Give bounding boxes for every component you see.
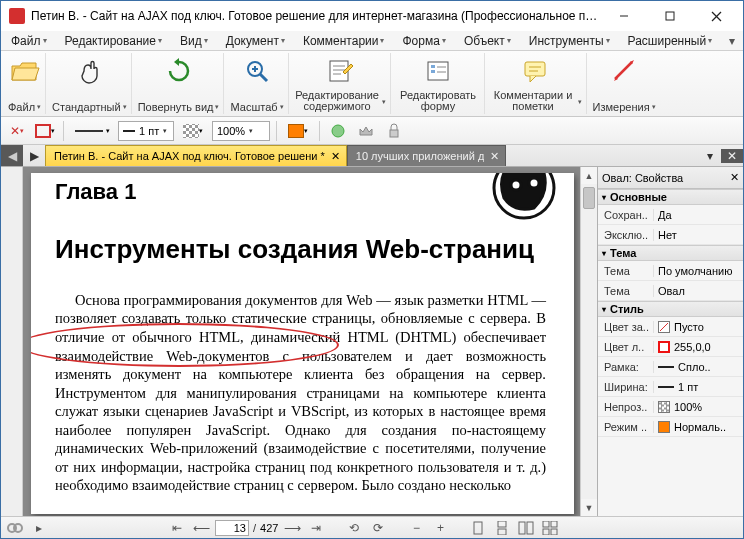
opacity-pattern-icon[interactable]: ▾ [178, 120, 208, 142]
menu-tools[interactable]: Инструменты▾ [521, 33, 618, 49]
scroll-track[interactable] [581, 184, 597, 499]
sb-next-page-icon[interactable]: ⟶ [282, 519, 302, 537]
tb-rotate[interactable]: Повернуть вид▾ [134, 53, 225, 114]
crown-icon[interactable] [354, 120, 378, 142]
tab-menu-icon[interactable]: ▾ [699, 149, 721, 163]
props-group-theme[interactable]: ▾Тема [598, 245, 743, 261]
svg-rect-37 [551, 529, 557, 535]
svg-line-20 [615, 62, 632, 79]
sb-prev-page-icon[interactable]: ⟵ [191, 519, 211, 537]
prop-blend[interactable]: Режим ..Нормаль.. [598, 417, 743, 437]
zoom-combo[interactable]: 100%▾ [212, 121, 270, 141]
sb-continuous-icon[interactable] [492, 519, 512, 537]
page-number-input[interactable] [215, 520, 249, 536]
prop-stroke[interactable]: Цвет л..255,0,0 [598, 337, 743, 357]
svg-line-5 [260, 74, 267, 81]
panel-close-icon[interactable]: ✕ [730, 171, 739, 184]
stroke-width-combo[interactable]: 1 пт▾ [118, 121, 174, 141]
sb-gears-icon[interactable] [5, 519, 25, 537]
menubar-dropdown-icon[interactable]: ▾ [723, 34, 741, 48]
tab-next-icon[interactable]: ▶ [23, 145, 45, 166]
tb-zoom[interactable]: Масштаб▾ [226, 53, 288, 114]
side-gutter[interactable] [1, 167, 23, 516]
document-viewport[interactable]: Глава 1 Инструменты создания Web-страниц… [23, 167, 580, 516]
tab-label: 10 лучших приложений д [356, 150, 485, 162]
prop-theme[interactable]: ТемаПо умолчанию [598, 261, 743, 281]
globe-icon[interactable] [326, 120, 350, 142]
tb-comments[interactable]: Комментарии и пометки▾ [487, 53, 587, 114]
sb-last-page-icon[interactable]: ⇥ [306, 519, 326, 537]
svg-rect-17 [525, 62, 545, 76]
page-total: 427 [260, 522, 278, 534]
menu-advanced[interactable]: Расширенный▾ [620, 33, 721, 49]
tab-close-all-icon[interactable]: ✕ [721, 149, 743, 163]
menu-object[interactable]: Объект▾ [456, 33, 519, 49]
prop-width[interactable]: Ширина:1 пт [598, 377, 743, 397]
lock-icon[interactable] [382, 120, 406, 142]
secondary-toolbar: ✕▾ ▾ ▾ 1 пт▾ ▾ 100%▾ ▾ [1, 117, 743, 145]
body: Глава 1 Инструменты создания Web-страниц… [1, 167, 743, 516]
svg-rect-35 [551, 521, 557, 527]
tab-close-icon[interactable]: ✕ [331, 150, 340, 163]
stroke-color-swatch[interactable]: ▾ [33, 120, 57, 142]
pdf-page: Глава 1 Инструменты создания Web-страниц… [31, 173, 574, 514]
svg-rect-31 [498, 529, 506, 535]
svg-rect-14 [431, 70, 435, 73]
menu-view[interactable]: Вид▾ [172, 33, 216, 49]
svg-rect-34 [543, 521, 549, 527]
svg-point-25 [529, 178, 539, 188]
svg-point-24 [511, 180, 521, 190]
sb-single-page-icon[interactable] [468, 519, 488, 537]
line-style-combo[interactable]: ▾ [70, 120, 114, 142]
props-group-basic[interactable]: ▾Основные [598, 189, 743, 205]
prop-exclude[interactable]: Эксклю..Нет [598, 225, 743, 245]
prop-opacity[interactable]: Непроз..100% [598, 397, 743, 417]
close-button[interactable] [693, 1, 739, 31]
tb-edit-content[interactable]: Редактирование содержимого▾ [291, 53, 391, 114]
props-group-style[interactable]: ▾Стиль [598, 301, 743, 317]
sb-history-fwd-icon[interactable]: ⟳ [368, 519, 388, 537]
prop-border[interactable]: Рамка:Спло.. [598, 357, 743, 377]
sb-zoom-out-icon[interactable]: − [406, 519, 426, 537]
svg-rect-13 [431, 65, 435, 68]
sb-two-page-icon[interactable] [516, 519, 536, 537]
document-tabs: ◀ ▶ Петин В. - Сайт на AJAX под ключ. Го… [1, 145, 743, 167]
menubar: Файл▾ Редактирование▾ Вид▾ Документ▾ Ком… [1, 31, 743, 51]
scroll-down-icon[interactable]: ▼ [581, 499, 597, 516]
scroll-thumb[interactable] [583, 187, 595, 209]
menu-comments[interactable]: Комментарии▾ [295, 33, 393, 49]
vertical-scrollbar[interactable]: ▲ ▼ [580, 167, 597, 516]
svg-point-21 [332, 125, 344, 137]
delete-annot-icon[interactable]: ✕▾ [5, 120, 29, 142]
ribbon-toolbar: Файл▾ Стандартный▾ Повернуть вид▾ Масшта… [1, 51, 743, 117]
prop-theme2[interactable]: ТемаОвал [598, 281, 743, 301]
document-tab-inactive[interactable]: 10 лучших приложений д ✕ [347, 145, 507, 166]
tb-edit-form[interactable]: Редактировать форму [393, 53, 485, 114]
menu-file[interactable]: Файл▾ [3, 33, 55, 49]
svg-line-26 [660, 323, 668, 331]
maximize-button[interactable] [647, 1, 693, 31]
menu-edit[interactable]: Редактирование▾ [57, 33, 170, 49]
prop-fill[interactable]: Цвет за..Пусто [598, 317, 743, 337]
window-title: Петин В. - Сайт на AJAX под ключ. Готово… [31, 9, 601, 23]
tb-file[interactable]: Файл▾ [4, 53, 46, 114]
sb-history-back-icon[interactable]: ⟲ [344, 519, 364, 537]
prop-saved[interactable]: Сохран..Да [598, 205, 743, 225]
sb-two-continuous-icon[interactable] [540, 519, 560, 537]
tab-close-icon[interactable]: ✕ [490, 150, 499, 163]
scroll-up-icon[interactable]: ▲ [581, 167, 597, 184]
svg-rect-32 [519, 522, 525, 534]
sb-zoom-in-icon[interactable]: + [430, 519, 450, 537]
sb-panel-toggle-icon[interactable]: ▸ [29, 519, 49, 537]
tb-standard[interactable]: Стандартный▾ [48, 53, 132, 114]
document-tab-active[interactable]: Петин В. - Сайт на AJAX под ключ. Готово… [45, 145, 347, 166]
edit-content-icon [324, 55, 356, 87]
minimize-button[interactable] [601, 1, 647, 31]
svg-rect-30 [498, 521, 506, 527]
blend-swatch[interactable]: ▾ [283, 120, 313, 142]
sb-first-page-icon[interactable]: ⇤ [167, 519, 187, 537]
tb-measure[interactable]: Измерения▾ [589, 53, 660, 114]
tab-prev-icon[interactable]: ◀ [1, 145, 23, 166]
menu-form[interactable]: Форма▾ [394, 33, 453, 49]
menu-document[interactable]: Документ▾ [218, 33, 293, 49]
